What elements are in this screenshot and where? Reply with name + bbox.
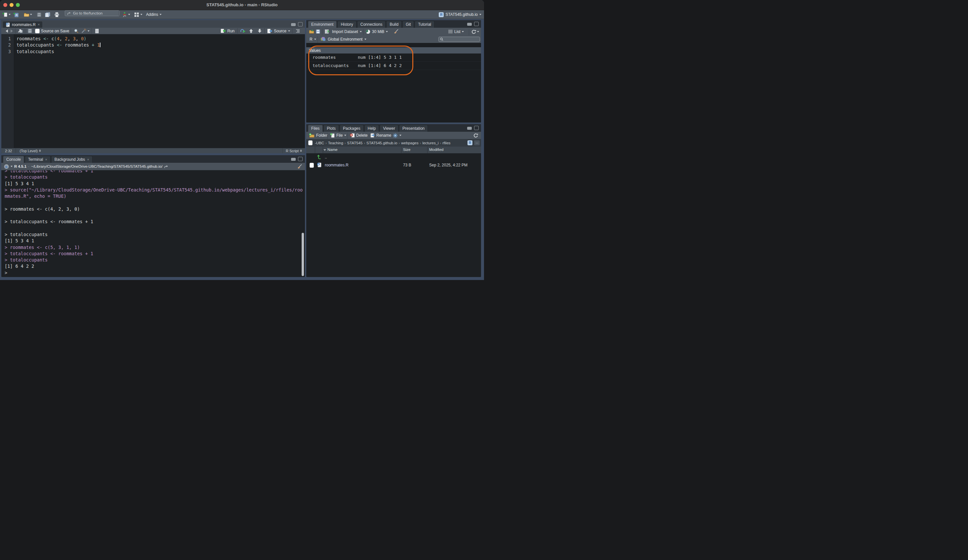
file-name[interactable]: roommates.R [325, 161, 348, 169]
file-type-selector[interactable]: R Script [282, 148, 305, 153]
tab-roommates-r[interactable]: R roommates.R × [3, 21, 42, 28]
show-in-new-window-button[interactable] [18, 28, 23, 34]
close-window-button[interactable] [3, 3, 7, 7]
tab-background-jobs[interactable]: Background Jobs× [51, 156, 93, 163]
console-scrollbar[interactable] [302, 233, 304, 276]
load-workspace-button[interactable] [309, 28, 314, 35]
project-menu-button[interactable]: R STAT545.github.io [439, 10, 481, 19]
tab-viewer[interactable]: Viewer [380, 125, 398, 132]
breadcrumb-item[interactable]: STAT545 [347, 141, 363, 145]
source-on-save-checkbox[interactable] [35, 28, 40, 34]
breadcrumb-more-button[interactable]: ... [474, 140, 480, 145]
new-folder-button[interactable]: Folder [309, 132, 327, 139]
project-root-icon[interactable]: R [467, 140, 472, 145]
tab-console[interactable]: Console [3, 156, 24, 163]
save-button[interactable] [37, 10, 41, 19]
column-name[interactable]: Name [327, 148, 338, 152]
addins-button[interactable]: Addins [146, 10, 162, 19]
maximize-pane-icon[interactable] [474, 22, 479, 26]
save-all-button[interactable] [45, 10, 50, 19]
tab-files[interactable]: Files [308, 125, 323, 132]
file-row[interactable]: Rroommates.R73 BSep 2, 2025, 4:22 PM [306, 161, 481, 169]
document-outline-button[interactable] [295, 28, 300, 34]
zoom-window-button[interactable] [16, 3, 20, 7]
version-control-dropdown[interactable] [128, 10, 130, 19]
close-tab-icon[interactable]: × [45, 158, 47, 162]
workspace-panes-dropdown[interactable] [141, 10, 143, 19]
import-dataset-button[interactable]: Import Dataset [325, 28, 362, 35]
environment-selector[interactable]: Global Environment [320, 35, 366, 43]
column-size[interactable]: Size [403, 148, 410, 152]
language-selector[interactable]: R [310, 35, 316, 43]
clear-environment-button[interactable] [393, 28, 399, 35]
goto-file-function-input[interactable]: Go to file/function [65, 10, 119, 16]
print-button[interactable] [54, 10, 60, 19]
rerun-button[interactable] [240, 28, 245, 34]
file-checkbox[interactable] [310, 163, 314, 168]
tab-connections[interactable]: Connections [357, 21, 386, 28]
find-replace-button[interactable] [74, 28, 79, 34]
column-modified[interactable]: Modified [429, 148, 443, 152]
run-button[interactable]: Run [221, 28, 235, 34]
rename-file-button[interactable]: Rename [370, 132, 391, 139]
clear-console-icon[interactable] [297, 164, 302, 169]
scope-selector[interactable]: (Top Level) [16, 148, 44, 153]
new-file-dropdown[interactable] [8, 10, 11, 19]
tab-packages[interactable]: Packages [340, 125, 364, 132]
delete-file-button[interactable]: Delete [350, 132, 368, 139]
goto-directory-icon[interactable] [164, 165, 169, 168]
r-version-dropdown[interactable] [11, 166, 13, 167]
forward-button[interactable] [10, 28, 14, 34]
more-file-commands-button[interactable] [393, 132, 401, 139]
memory-usage-button[interactable]: 30 MiB [366, 28, 388, 35]
tab-history[interactable]: History [337, 21, 356, 28]
environment-search-input[interactable] [438, 36, 480, 42]
code-tools-dropdown[interactable] [88, 28, 90, 34]
source-dropdown[interactable] [288, 28, 290, 34]
tab-git[interactable]: Git [403, 21, 414, 28]
close-tab-icon[interactable]: × [38, 23, 40, 26]
console-output[interactable]: > totaloccupants <- roommates + 1> total… [1, 170, 305, 277]
refresh-environment-button[interactable] [471, 28, 479, 35]
go-previous-section-button[interactable] [249, 28, 253, 34]
code-tools-button[interactable] [81, 28, 86, 34]
workspace-panes-button[interactable] [134, 10, 139, 19]
minimize-pane-icon[interactable] [467, 127, 472, 130]
version-control-button[interactable] [122, 10, 127, 19]
select-all-checkbox[interactable] [308, 140, 313, 145]
code-editor[interactable]: 123 roommates <- c(4, 2, 3, 0)totaloccup… [1, 34, 305, 148]
minimize-pane-icon[interactable] [291, 23, 296, 26]
breadcrumb-item[interactable]: lectures_i [422, 141, 438, 145]
tab-terminal[interactable]: Terminal× [25, 156, 51, 163]
breadcrumb-item[interactable]: Teaching [328, 141, 343, 145]
refresh-files-button[interactable] [473, 132, 478, 139]
close-tab-icon[interactable]: × [87, 158, 89, 162]
sort-descending-icon[interactable] [323, 149, 326, 151]
source-button[interactable]: Source [267, 28, 287, 34]
tab-tutorial[interactable]: Tutorial [414, 21, 434, 28]
breadcrumb-item[interactable]: rfiles [443, 141, 450, 145]
breadcrumb-item[interactable]: -UBC [315, 141, 324, 145]
back-button[interactable] [5, 28, 8, 34]
tab-build[interactable]: Build [386, 21, 402, 28]
compile-report-button[interactable] [94, 28, 99, 34]
maximize-pane-icon[interactable] [298, 22, 303, 26]
list-view-button[interactable]: List [448, 28, 464, 35]
minimize-window-button[interactable] [10, 3, 13, 7]
maximize-pane-icon[interactable] [474, 126, 479, 130]
tab-environment[interactable]: Environment [308, 21, 336, 28]
minimize-pane-icon[interactable] [291, 158, 296, 161]
new-file-button[interactable] [2, 10, 8, 19]
save-workspace-button[interactable] [316, 28, 320, 35]
save-document-button[interactable] [28, 28, 32, 34]
open-file-button[interactable] [24, 10, 30, 19]
file-name[interactable]: .. [325, 153, 327, 161]
tab-plots[interactable]: Plots [323, 125, 339, 132]
open-file-dropdown[interactable] [30, 10, 32, 19]
breadcrumb-item[interactable]: STAT545.github.io [366, 141, 398, 145]
maximize-pane-icon[interactable] [298, 157, 303, 161]
minimize-pane-icon[interactable] [467, 23, 472, 26]
go-next-section-button[interactable] [258, 28, 262, 34]
breadcrumb-item[interactable]: webpages [401, 141, 418, 145]
tab-presentation[interactable]: Presentation [399, 125, 428, 132]
